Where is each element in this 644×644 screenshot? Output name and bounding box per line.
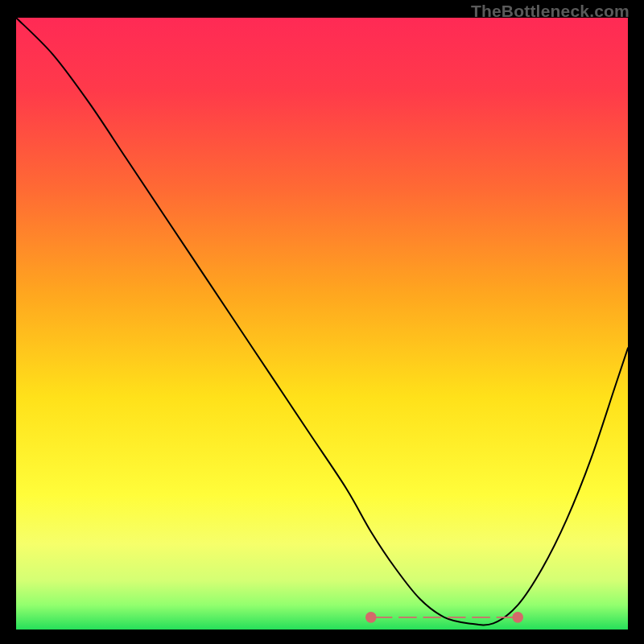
- optimal-marker-dot: [512, 612, 523, 623]
- bottleneck-chart: [16, 18, 628, 630]
- gradient-background: [16, 18, 628, 630]
